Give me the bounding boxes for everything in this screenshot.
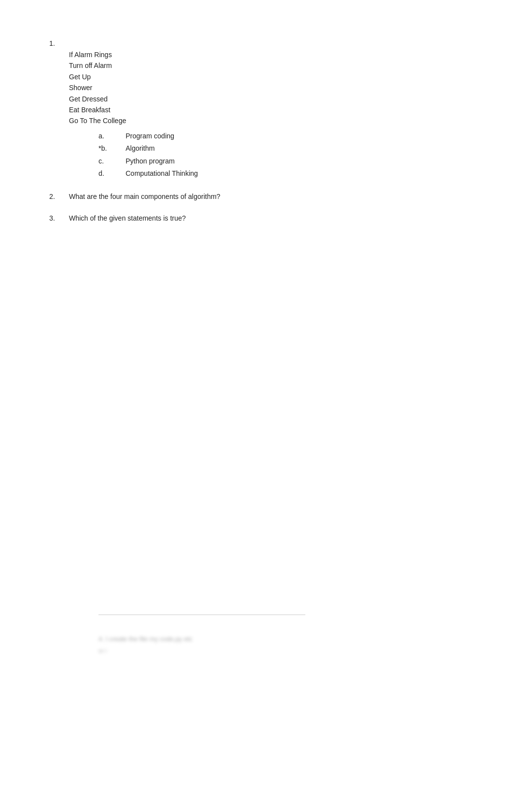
- step-2: Turn off Alarm: [69, 60, 394, 71]
- question-1-block: 1. If Alarm Rings Turn off Alarm Get Up …: [49, 39, 394, 179]
- question-2-number: 2.: [49, 193, 69, 200]
- step-5: Get Dressed: [69, 94, 394, 104]
- step-3: Get Up: [69, 71, 394, 82]
- blurred-line-1: 4. I create the file my code.py etc: [98, 635, 193, 643]
- step-6: Eat Breakfast: [69, 104, 394, 115]
- option-b: *b. Algorithm: [98, 143, 394, 154]
- question-3-number: 3.: [49, 214, 69, 222]
- option-c-text: Python program: [126, 156, 175, 166]
- question-2-row: 2. What are the four main components of …: [49, 193, 394, 200]
- question-1-number: 1.: [49, 39, 69, 47]
- blurred-line-2: or i: [98, 648, 193, 654]
- question-2-block: 2. What are the four main components of …: [49, 193, 394, 200]
- option-b-text: Algorithm: [126, 143, 155, 154]
- option-d-letter: d.: [98, 168, 126, 179]
- option-a-letter: a.: [98, 130, 126, 141]
- step-1: If Alarm Rings: [69, 49, 394, 60]
- option-d-text: Computational Thinking: [126, 168, 198, 179]
- option-c-letter: c.: [98, 156, 126, 166]
- question-2-text: What are the four main components of alg…: [69, 193, 394, 200]
- question-1-steps: If Alarm Rings Turn off Alarm Get Up Sho…: [69, 49, 394, 127]
- option-c: c. Python program: [98, 156, 394, 166]
- step-7: Go To The College: [69, 115, 394, 126]
- option-a-text: Program coding: [126, 130, 174, 141]
- page-divider: [98, 615, 305, 615]
- question-1-row: 1.: [49, 39, 394, 47]
- question-3-block: 3. Which of the given statements is true…: [49, 214, 394, 222]
- blurred-section: 4. I create the file my code.py etc or i: [49, 635, 242, 654]
- question-3-row: 3. Which of the given statements is true…: [49, 214, 394, 222]
- step-4: Shower: [69, 82, 394, 93]
- question-1-options: a. Program coding *b. Algorithm c. Pytho…: [98, 130, 394, 179]
- option-d: d. Computational Thinking: [98, 168, 394, 179]
- option-b-letter: *b.: [98, 143, 126, 154]
- page-container: 1. If Alarm Rings Turn off Alarm Get Up …: [0, 0, 443, 275]
- question-3-text: Which of the given statements is true?: [69, 214, 394, 222]
- option-a: a. Program coding: [98, 130, 394, 141]
